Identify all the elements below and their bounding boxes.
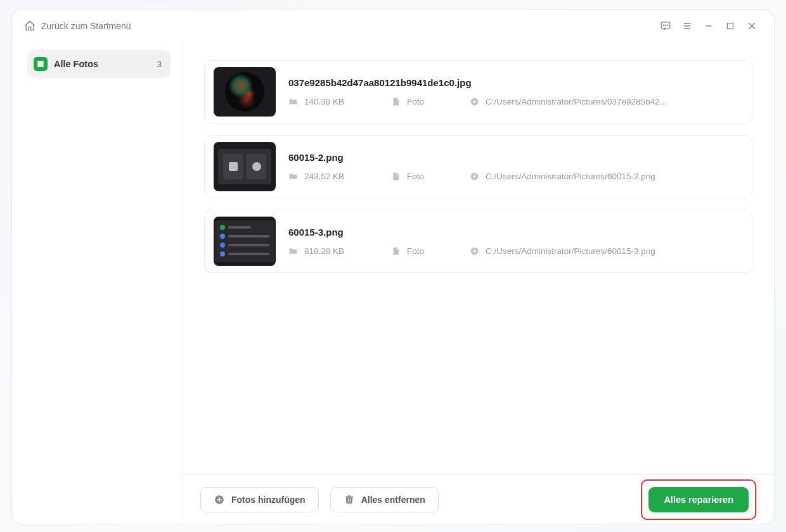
- svg-point-11: [39, 62, 40, 63]
- file-meta: 140.39 KB Foto C:/Users/Administrator/Pi…: [288, 97, 743, 106]
- footer-toolbar: Fotos hinzufügen Alles entfernen Alles r…: [183, 474, 774, 524]
- add-photos-label: Fotos hinzufügen: [231, 495, 306, 505]
- file-path: C:/Users/Administrator/Pictures/60015-3.…: [486, 246, 655, 256]
- back-to-start-button[interactable]: Zurück zum Startmenü: [23, 20, 131, 32]
- file-icon: [391, 246, 401, 256]
- svg-rect-8: [728, 23, 733, 29]
- file-icon: [391, 97, 401, 106]
- maximize-button[interactable]: [719, 15, 741, 37]
- remove-all-label: Alles entfernen: [361, 495, 425, 505]
- app-body: Alle Fotos 3 037e9285b42d47aa80121b9941d…: [12, 42, 774, 524]
- svg-point-17: [473, 250, 475, 252]
- folder-icon: [288, 246, 298, 256]
- folder-icon: [288, 97, 298, 106]
- file-thumbnail: [214, 142, 276, 191]
- file-name: 037e9285b42d47aa80121b9941de1c0.jpg: [288, 77, 743, 88]
- file-icon: [391, 172, 401, 181]
- plus-circle-icon: [214, 494, 225, 505]
- chat-icon: [660, 20, 671, 32]
- svg-rect-24: [350, 498, 351, 502]
- svg-rect-20: [217, 499, 222, 500]
- folder-icon: [288, 172, 298, 181]
- feedback-button[interactable]: [655, 15, 676, 37]
- minimize-icon: [703, 20, 714, 32]
- menu-icon: [681, 20, 693, 32]
- repair-all-label: Alles reparieren: [664, 495, 733, 505]
- app-window: Zurück zum Startmenü Alle Fotos 3 037e92…: [11, 9, 775, 524]
- sidebar-item-count: 3: [157, 60, 162, 69]
- sidebar-item-label: Alle Fotos: [54, 59, 98, 69]
- svg-rect-21: [345, 496, 353, 497]
- menu-button[interactable]: [676, 15, 698, 37]
- titlebar: Zurück zum Startmenü: [12, 10, 774, 42]
- maximize-icon: [725, 20, 736, 32]
- svg-rect-23: [348, 498, 349, 502]
- file-type: Foto: [407, 97, 424, 106]
- sidebar: Alle Fotos 3: [12, 42, 182, 524]
- svg-point-2: [665, 25, 666, 25]
- main-panel: 037e9285b42d47aa80121b9941de1c0.jpg 140.…: [182, 42, 774, 524]
- file-size: 818.28 KB: [304, 246, 344, 256]
- file-type: Foto: [407, 172, 424, 181]
- file-path: C:/Users/Administrator/Pictures/037e9285…: [486, 97, 667, 106]
- home-icon: [23, 20, 36, 32]
- svg-point-3: [667, 25, 667, 25]
- remove-all-button[interactable]: Alles entfernen: [330, 487, 439, 512]
- add-photos-button[interactable]: Fotos hinzufügen: [200, 487, 319, 512]
- file-thumbnail: [214, 67, 276, 117]
- file-info: 037e9285b42d47aa80121b9941de1c0.jpg 140.…: [288, 77, 743, 106]
- back-to-start-label: Zurück zum Startmenü: [41, 21, 131, 31]
- location-icon: [470, 97, 479, 106]
- location-icon: [470, 172, 479, 181]
- location-icon: [470, 246, 479, 256]
- file-info: 60015-2.png 243.52 KB Foto C:/Users/Admi…: [288, 152, 743, 181]
- close-icon: [746, 20, 757, 32]
- file-name: 60015-2.png: [288, 152, 743, 163]
- file-size: 243.52 KB: [304, 172, 344, 181]
- file-size: 140.39 KB: [304, 97, 344, 106]
- svg-rect-22: [347, 495, 351, 497]
- file-path: C:/Users/Administrator/Pictures/60015-2.…: [486, 172, 655, 181]
- svg-point-13: [473, 100, 475, 103]
- file-name: 60015-3.png: [288, 227, 743, 238]
- photo-icon: [34, 57, 48, 71]
- file-item[interactable]: 037e9285b42d47aa80121b9941de1c0.jpg 140.…: [204, 60, 752, 124]
- file-item[interactable]: 60015-3.png 818.28 KB Foto C:/Users/Admi…: [204, 210, 752, 273]
- repair-all-button[interactable]: Alles reparieren: [648, 487, 749, 512]
- file-info: 60015-3.png 818.28 KB Foto C:/Users/Admi…: [288, 227, 743, 256]
- svg-point-15: [473, 175, 475, 177]
- file-type: Foto: [407, 246, 424, 256]
- file-meta: 818.28 KB Foto C:/Users/Administrator/Pi…: [288, 246, 743, 256]
- file-meta: 243.52 KB Foto C:/Users/Administrator/Pi…: [288, 172, 743, 181]
- file-item[interactable]: 60015-2.png 243.52 KB Foto C:/Users/Admi…: [204, 135, 752, 198]
- minimize-button[interactable]: [698, 15, 719, 37]
- close-button[interactable]: [741, 15, 763, 37]
- repair-highlight-box: Alles reparieren: [641, 479, 756, 520]
- trash-icon: [344, 494, 355, 505]
- svg-point-1: [663, 25, 664, 25]
- file-thumbnail: [214, 217, 276, 266]
- file-list: 037e9285b42d47aa80121b9941de1c0.jpg 140.…: [183, 42, 774, 474]
- sidebar-item-all-photos[interactable]: Alle Fotos 3: [27, 50, 171, 78]
